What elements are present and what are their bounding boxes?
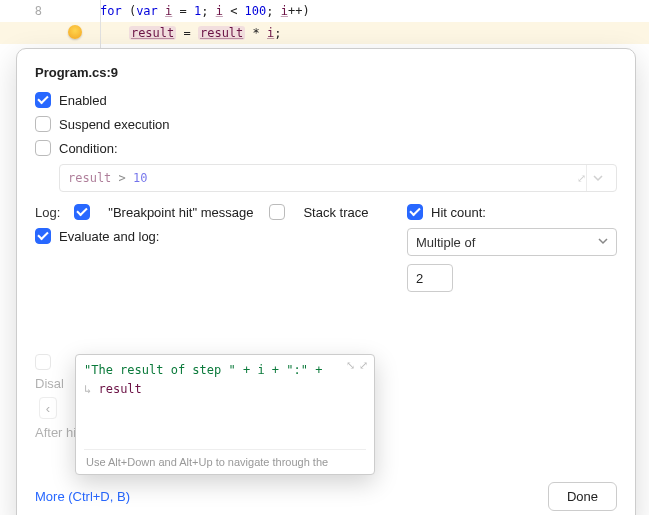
condition-text: result > 10 (68, 171, 148, 185)
gutter-breakpoint[interactable] (50, 25, 100, 42)
condition-input[interactable]: result > 10 ⤢ (59, 164, 617, 192)
code-line-8: 8 for (var i = 1; i < 100; i++) (0, 0, 649, 22)
code-content[interactable]: for (var i = 1; i < 100; i++) (100, 4, 649, 18)
popup-title: Program.cs:9 (35, 65, 617, 80)
evaluate-input[interactable]: ⤡ ⤢ "The result of step " + i + ":" + ↳ … (75, 354, 375, 475)
bp-hit-checkbox[interactable] (74, 204, 90, 220)
enabled-row[interactable]: Enabled (35, 92, 617, 108)
more-link[interactable]: More (Ctrl+D, B) (35, 489, 130, 504)
collapse-icon[interactable]: ⤡ (346, 359, 355, 372)
condition-label: Condition: (59, 141, 118, 156)
bp-hit-label: "Breakpoint hit" message (108, 205, 253, 220)
expand-icon[interactable]: ⤢ (359, 359, 368, 372)
enabled-checkbox[interactable] (35, 92, 51, 108)
chevron-down-icon (598, 236, 608, 248)
disabled-checkbox[interactable] (35, 354, 51, 370)
evaluate-label: Evaluate and log: (59, 229, 159, 244)
log-label: Log: (35, 205, 60, 220)
hit-count-label: Hit count: (431, 205, 486, 220)
hit-count-mode-value: Multiple of (416, 235, 475, 250)
done-button[interactable]: Done (548, 482, 617, 511)
enabled-label: Enabled (59, 93, 107, 108)
hit-count-mode-select[interactable]: Multiple of (407, 228, 617, 256)
condition-row[interactable]: Condition: (35, 140, 617, 156)
line-number: 8 (0, 4, 50, 18)
code-content[interactable]: result = result * i; (100, 26, 649, 40)
hit-count-value-input[interactable]: 2 (407, 264, 453, 292)
breakpoint-settings-popup: Program.cs:9 Enabled Suspend execution C… (16, 48, 636, 515)
evaluate-checkbox[interactable] (35, 228, 51, 244)
evaluate-hint: Use Alt+Down and Alt+Up to navigate thro… (84, 449, 366, 470)
hit-count-value: 2 (416, 271, 423, 286)
stack-trace-label: Stack trace (303, 205, 368, 220)
chevron-left-icon[interactable]: ‹ (39, 397, 57, 419)
suspend-row[interactable]: Suspend execution (35, 116, 617, 132)
hit-count-row[interactable]: Hit count: (407, 204, 617, 220)
code-line-9: result = result * i; (0, 22, 649, 44)
breakpoint-icon[interactable] (68, 25, 82, 39)
evaluate-row[interactable]: Evaluate and log: (35, 228, 383, 244)
hit-count-checkbox[interactable] (407, 204, 423, 220)
chevron-down-icon[interactable] (586, 165, 608, 191)
evaluate-text: "The result of step " + i + ":" + ↳ resu… (84, 361, 366, 399)
condition-checkbox[interactable] (35, 140, 51, 156)
stack-trace-checkbox[interactable] (269, 204, 285, 220)
suspend-label: Suspend execution (59, 117, 170, 132)
suspend-checkbox[interactable] (35, 116, 51, 132)
disable-label-truncated: Disal (35, 376, 64, 391)
expand-icon[interactable]: ⤢ (577, 172, 586, 185)
